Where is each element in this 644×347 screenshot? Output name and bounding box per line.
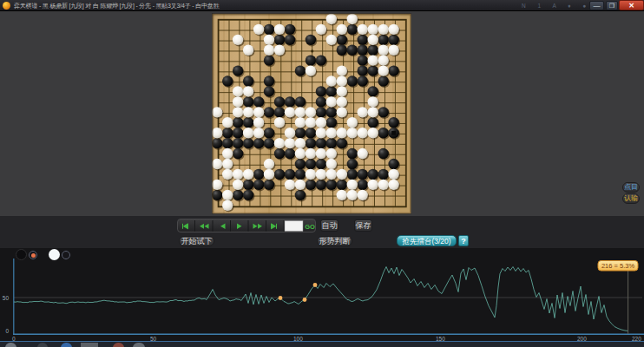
- svg-text:216 = 5.3%: 216 = 5.3%: [601, 262, 634, 270]
- svg-text:0: 0: [5, 328, 9, 334]
- svg-text:50: 50: [3, 295, 10, 301]
- svg-text:GO: GO: [305, 223, 315, 231]
